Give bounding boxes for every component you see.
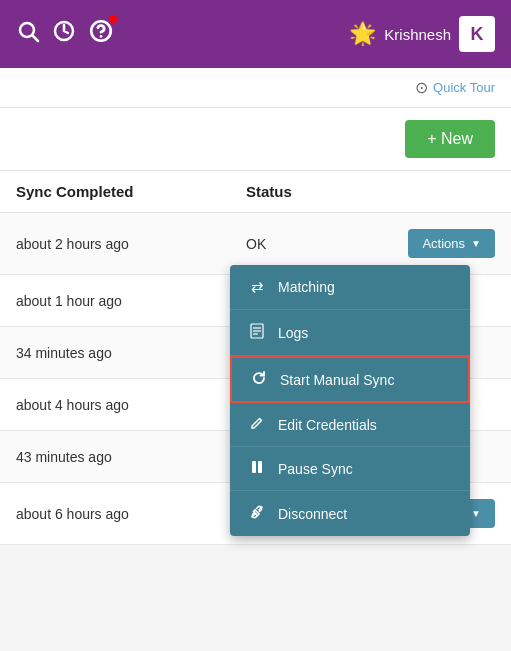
header: 🌟 Krishnesh K	[0, 0, 511, 68]
sync-time: about 4 hours ago	[16, 397, 246, 413]
sync-time: 43 minutes ago	[16, 449, 246, 465]
dropdown-item-disconnect[interactable]: Disconnect	[230, 491, 470, 536]
avatar[interactable]: K	[459, 16, 495, 52]
col-sync-header: Sync Completed	[16, 183, 246, 200]
table-row: about 2 hours ago OK Actions ▼ ⇄ Matchin…	[0, 213, 511, 275]
col-status-header: Status	[246, 183, 375, 200]
actions-cell: Actions ▼	[375, 229, 495, 258]
dropdown-item-pause-sync[interactable]: Pause Sync	[230, 447, 470, 491]
quick-tour-label: Quick Tour	[433, 80, 495, 95]
actions-button[interactable]: Actions ▼	[408, 229, 495, 258]
sync-time: about 2 hours ago	[16, 236, 246, 252]
edit-icon	[248, 416, 266, 433]
sync-time: 34 minutes ago	[16, 345, 246, 361]
svg-rect-9	[252, 461, 256, 473]
sync-icon	[250, 370, 268, 389]
toolbar: ⊙ Quick Tour	[0, 68, 511, 108]
quick-tour-icon: ⊙	[415, 78, 428, 97]
quick-tour-link[interactable]: ⊙ Quick Tour	[415, 78, 495, 97]
username-label: Krishnesh	[384, 26, 451, 43]
help-icon[interactable]	[88, 18, 114, 50]
dropdown-item-edit-credentials[interactable]: Edit Credentials	[230, 403, 470, 447]
action-bar: + New	[0, 108, 511, 171]
logs-icon	[248, 323, 266, 342]
data-table: Sync Completed Status about 2 hours ago …	[0, 171, 511, 545]
pause-icon	[248, 460, 266, 477]
sun-icon: 🌟	[349, 21, 376, 47]
svg-line-1	[33, 36, 39, 42]
actions-dropdown: ⇄ Matching Logs Start Manual Sync	[230, 265, 470, 536]
disconnect-icon	[248, 504, 266, 523]
user-info: 🌟 Krishnesh K	[349, 16, 495, 52]
matching-icon: ⇄	[248, 278, 266, 296]
notification-badge	[109, 15, 117, 23]
svg-rect-10	[258, 461, 262, 473]
new-button[interactable]: + New	[405, 120, 495, 158]
table-header: Sync Completed Status	[0, 171, 511, 213]
caret-down-icon: ▼	[471, 238, 481, 249]
dropdown-item-logs[interactable]: Logs	[230, 310, 470, 356]
sync-time: about 6 hours ago	[16, 506, 246, 522]
sync-time: about 1 hour ago	[16, 293, 246, 309]
dropdown-item-matching[interactable]: ⇄ Matching	[230, 265, 470, 310]
caret-down-icon: ▼	[471, 508, 481, 519]
dropdown-item-start-manual-sync[interactable]: Start Manual Sync	[230, 356, 470, 403]
col-actions-header	[375, 183, 495, 200]
sync-status: OK	[246, 236, 375, 252]
search-icon[interactable]	[16, 19, 40, 49]
history-icon[interactable]	[52, 19, 76, 49]
